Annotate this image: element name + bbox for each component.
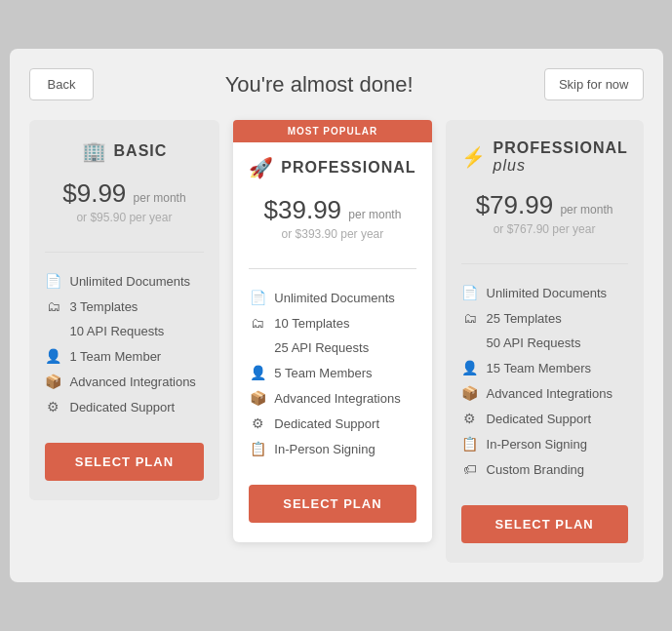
feature-text: 50 API Requests	[487, 335, 581, 350]
popular-badge: MOST POPULAR	[233, 120, 431, 142]
plans-container: 🏢 BASIC $9.99 per month or $95.90 per ye…	[29, 120, 644, 563]
feature-text: 10 API Requests	[70, 324, 165, 338]
price-annual-professional: or $393.90 per year	[249, 227, 415, 241]
plan-icon-professional: 🚀	[249, 156, 273, 179]
feature-item: 👤 1 Team Member	[45, 343, 205, 369]
feature-text: 25 Templates	[487, 311, 562, 326]
feature-item: ⚙ Dedicated Support	[45, 394, 205, 419]
feature-icon: 🗂	[45, 298, 62, 314]
feature-item: 50 API Requests	[461, 331, 628, 355]
plan-icon-professional-plus: ⚡	[461, 145, 486, 169]
feature-icon: ⚙	[249, 415, 266, 431]
plan-card-professional: MOST POPULAR 🚀 PROFESSIONAL $39.99 per m…	[233, 120, 431, 542]
feature-item: 📄 Unlimited Documents	[249, 285, 415, 310]
feature-icon: 📄	[45, 273, 62, 289]
feature-item: 👤 5 Team Members	[249, 360, 415, 385]
skip-button[interactable]: Skip for now	[544, 68, 644, 100]
feature-icon: 📄	[249, 290, 266, 305]
feature-item: 🗂 3 Templates	[45, 294, 205, 319]
feature-item: 📋 In-Person Signing	[461, 431, 628, 456]
feature-item: 👤 15 Team Members	[461, 355, 628, 380]
modal-container: Back You're almost done! Skip for now 🏢 …	[10, 49, 663, 582]
price-annual-professional-plus: or $767.90 per year	[461, 222, 628, 236]
features-list-basic: 📄 Unlimited Documents 🗂 3 Templates 10 A…	[45, 268, 205, 419]
feature-text: Dedicated Support	[70, 400, 176, 414]
feature-item: 📦 Advanced Integrations	[249, 385, 415, 411]
feature-icon: 👤	[461, 360, 479, 375]
feature-text: Custom Branding	[487, 462, 584, 477]
plan-title-row: 🏢 BASIC	[45, 139, 205, 163]
feature-item: 25 API Requests	[249, 335, 415, 360]
select-plan-button-basic[interactable]: SELECT PLAN	[45, 443, 205, 481]
feature-icon: ⚙	[45, 399, 62, 414]
feature-item: 📋 In-Person Signing	[249, 436, 415, 461]
plan-card-professional-plus: ⚡ PROFESSIONAL plus $79.99 per month or …	[446, 120, 644, 563]
feature-item: ⚙ Dedicated Support	[249, 411, 415, 436]
feature-icon: 📦	[45, 374, 62, 389]
price-annual-basic: or $95.90 per year	[45, 211, 205, 224]
feature-item: 📦 Advanced Integrations	[461, 380, 628, 406]
features-list-professional: 📄 Unlimited Documents 🗂 10 Templates 25 …	[249, 285, 415, 461]
feature-item: 🗂 10 Templates	[249, 310, 415, 335]
price-section-basic: $9.99 per month or $95.90 per year	[45, 178, 205, 224]
page-title: You're almost done!	[94, 72, 544, 98]
plan-icon-basic: 🏢	[82, 139, 106, 163]
feature-text: Advanced Integrations	[274, 391, 400, 406]
feature-text: Unlimited Documents	[274, 291, 395, 305]
feature-item: 📄 Unlimited Documents	[45, 268, 205, 294]
plan-card-basic: 🏢 BASIC $9.99 per month or $95.90 per ye…	[29, 120, 220, 500]
feature-text: Dedicated Support	[487, 412, 592, 426]
feature-item: ⚙ Dedicated Support	[461, 406, 628, 431]
feature-icon: 📋	[461, 436, 479, 452]
select-plan-button-professional[interactable]: SELECT PLAN	[249, 485, 415, 523]
plan-name-basic: BASIC	[114, 142, 168, 160]
feature-icon: 🗂	[461, 310, 479, 326]
plan-title-row: 🚀 PROFESSIONAL	[249, 156, 415, 179]
feature-item: 📦 Advanced Integrations	[45, 369, 205, 394]
feature-icon: 👤	[45, 348, 62, 364]
feature-item: 🗂 25 Templates	[461, 305, 628, 331]
price-section-professional-plus: $79.99 per month or $767.90 per year	[461, 190, 628, 236]
feature-text: 25 API Requests	[274, 340, 369, 355]
feature-text: 5 Team Members	[274, 366, 372, 380]
price-section-professional: $39.99 per month or $393.90 per year	[249, 195, 415, 241]
feature-icon: 🗂	[249, 315, 266, 331]
feature-text: Advanced Integrations	[70, 375, 196, 389]
feature-text: Unlimited Documents	[487, 286, 608, 300]
feature-text: Dedicated Support	[274, 416, 379, 431]
select-plan-button-professional-plus[interactable]: SELECT PLAN	[461, 505, 628, 543]
plan-title-row: ⚡ PROFESSIONAL plus	[461, 139, 628, 175]
feature-icon: 👤	[249, 365, 266, 380]
plan-name-professional: PROFESSIONAL	[281, 159, 415, 177]
feature-icon: 📦	[249, 390, 266, 406]
price-professional-plus: $79.99 per month	[461, 190, 628, 220]
feature-item: 🏷 Custom Branding	[461, 456, 628, 482]
feature-text: Advanced Integrations	[487, 386, 613, 401]
feature-icon: 📋	[249, 441, 266, 456]
feature-text: 1 Team Member	[70, 349, 162, 364]
feature-text: 15 Team Members	[487, 361, 591, 375]
feature-text: In-Person Signing	[487, 437, 587, 452]
feature-text: 10 Templates	[274, 316, 349, 331]
feature-item: 📄 Unlimited Documents	[461, 280, 628, 305]
feature-icon: ⚙	[461, 411, 479, 426]
feature-text: In-Person Signing	[274, 442, 375, 456]
back-button[interactable]: Back	[29, 68, 95, 100]
feature-text: Unlimited Documents	[70, 274, 191, 289]
features-list-professional-plus: 📄 Unlimited Documents 🗂 25 Templates 50 …	[461, 280, 628, 482]
feature-icon: 🏷	[461, 461, 479, 477]
header: Back You're almost done! Skip for now	[29, 68, 644, 100]
feature-text: 3 Templates	[70, 299, 138, 314]
feature-item: 10 API Requests	[45, 319, 205, 343]
feature-icon: 📄	[461, 285, 479, 300]
price-professional: $39.99 per month	[249, 195, 415, 225]
plan-name-professional-plus: PROFESSIONAL plus	[494, 139, 628, 175]
feature-icon: 📦	[461, 385, 479, 401]
price-basic: $9.99 per month	[45, 178, 205, 209]
